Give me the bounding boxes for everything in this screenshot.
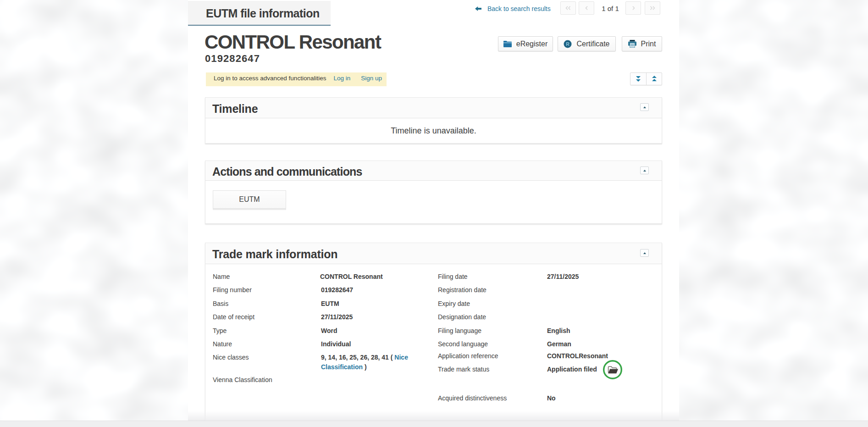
svg-text:R: R bbox=[566, 41, 570, 47]
